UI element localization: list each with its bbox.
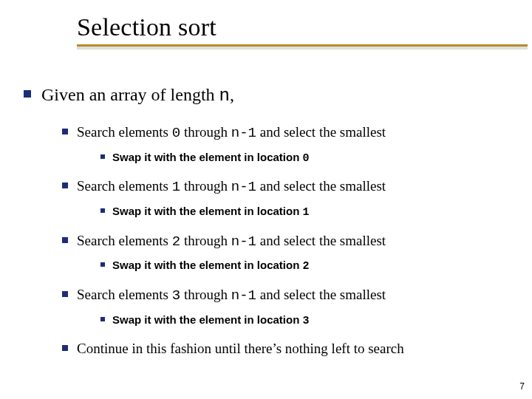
bullet-level2: Continue in this fashion until there’s n… xyxy=(62,340,508,358)
text-fragment: and select the smallest xyxy=(256,124,386,140)
code-fragment: 1 xyxy=(172,179,180,195)
bullet-text: Swap it with the element in location 1 xyxy=(112,204,310,220)
bullet-text: Search elements 2 through n-1 and select… xyxy=(77,232,386,251)
code-fragment: 2 xyxy=(172,233,180,250)
bullet-text: Swap it with the element in location 2 xyxy=(112,258,310,274)
text-fragment: Given an array of length xyxy=(41,85,219,104)
slide-body: Given an array of length n, Search eleme… xyxy=(24,83,508,358)
code-fragment: 0 xyxy=(172,125,180,141)
bullet-level2: Search elements 2 through n-1 and select… xyxy=(62,232,508,251)
text-fragment: and select the smallest xyxy=(256,287,386,302)
bullet-text: Swap it with the element in location 3 xyxy=(112,313,310,329)
square-bullet-icon xyxy=(62,237,68,243)
square-bullet-icon xyxy=(62,183,68,188)
bullet-text: Given an array of length n, xyxy=(41,83,234,107)
bullet-text: Search elements 1 through n-1 and select… xyxy=(77,177,386,197)
text-fragment: Search elements xyxy=(77,233,172,248)
bullet-level3: Swap it with the element in location 0 xyxy=(100,150,508,166)
square-bullet-icon xyxy=(100,154,105,159)
text-fragment: Search elements xyxy=(77,178,172,194)
bullet-text: Search elements 3 through n-1 and select… xyxy=(77,286,386,305)
square-bullet-icon xyxy=(100,262,105,267)
text-fragment: through xyxy=(180,233,231,248)
code-fragment: n-1 xyxy=(231,179,256,195)
bullet-text: Continue in this fashion until there’s n… xyxy=(77,340,404,358)
square-bullet-icon xyxy=(100,317,105,321)
text-fragment: Search elements xyxy=(77,287,172,302)
page-number: 7 xyxy=(519,381,525,392)
square-bullet-icon xyxy=(62,129,68,134)
code-fragment: 0 xyxy=(303,152,310,165)
bullet-level2: Search elements 0 through n-1 and select… xyxy=(62,123,508,143)
text-fragment: through xyxy=(180,124,231,140)
square-bullet-icon xyxy=(100,208,105,213)
text-fragment: through xyxy=(180,178,231,194)
code-fragment: n xyxy=(219,86,230,106)
code-fragment: 3 xyxy=(303,315,310,327)
text-fragment: Swap it with the element in location xyxy=(112,313,303,326)
code-fragment: n-1 xyxy=(231,233,256,250)
slide: Selection sort Given an array of length … xyxy=(0,0,532,399)
text-fragment: through xyxy=(180,287,231,302)
text-fragment: and select the smallest xyxy=(256,178,386,194)
bullet-level3: Swap it with the element in location 3 xyxy=(100,313,508,329)
text-fragment: and select the smallest xyxy=(256,233,386,248)
text-fragment: , xyxy=(230,85,234,104)
bullet-level1: Given an array of length n, xyxy=(24,83,508,107)
text-fragment: Swap it with the element in location xyxy=(112,151,303,163)
bullet-level3: Swap it with the element in location 2 xyxy=(100,258,508,274)
code-fragment: 3 xyxy=(172,287,180,304)
code-fragment: 2 xyxy=(303,260,310,273)
code-fragment: 1 xyxy=(303,206,310,219)
square-bullet-icon xyxy=(24,90,31,98)
text-fragment: Search elements xyxy=(77,124,172,140)
square-bullet-icon xyxy=(62,345,68,351)
title-underline-shadow xyxy=(77,47,528,50)
bullet-level3: Swap it with the element in location 1 xyxy=(100,204,508,220)
bullet-text: Swap it with the element in location 0 xyxy=(112,150,310,166)
bullet-text: Search elements 0 through n-1 and select… xyxy=(77,123,386,143)
text-fragment: Swap it with the element in location xyxy=(112,205,303,217)
code-fragment: n-1 xyxy=(231,125,256,141)
code-fragment: n-1 xyxy=(231,287,256,304)
bullet-level2: Search elements 3 through n-1 and select… xyxy=(62,286,508,305)
bullet-level2: Search elements 1 through n-1 and select… xyxy=(62,177,508,197)
text-fragment: Swap it with the element in location xyxy=(112,259,303,271)
slide-title: Selection sort xyxy=(77,13,508,41)
square-bullet-icon xyxy=(62,291,68,297)
title-block: Selection sort xyxy=(77,13,508,50)
